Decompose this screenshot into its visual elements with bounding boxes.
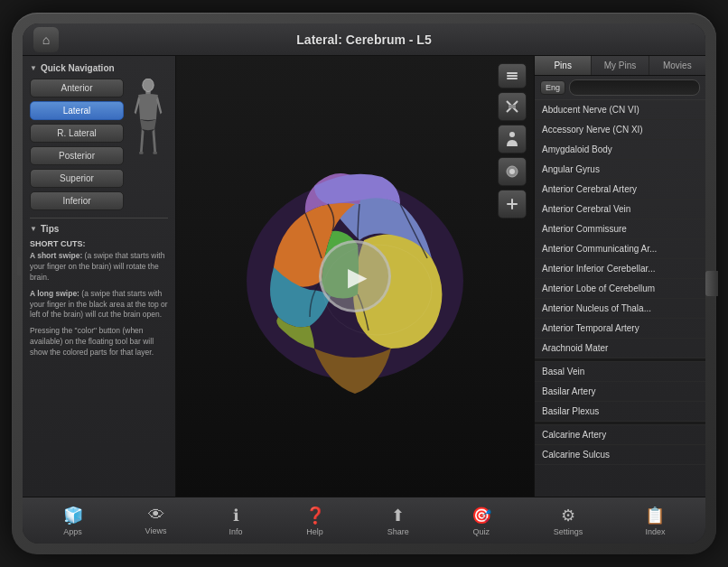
list-item[interactable]: Anterior Lobe of Cerebellum bbox=[535, 279, 705, 299]
list-item[interactable]: Anterior Cerebral Artery bbox=[535, 180, 705, 200]
share-icon: ⬆ bbox=[391, 506, 405, 525]
list-item[interactable]: Amygdaloid Body bbox=[535, 140, 705, 160]
info-label: Info bbox=[229, 527, 243, 536]
svg-rect-3 bbox=[153, 152, 157, 154]
svg-rect-7 bbox=[507, 72, 518, 74]
list-item[interactable]: Basilar Artery bbox=[535, 382, 705, 402]
tab-mypins[interactable]: My Pins bbox=[592, 56, 649, 75]
right-panel: Pins My Pins Movies Eng Abducent Nerve (… bbox=[534, 56, 705, 497]
svg-rect-8 bbox=[507, 75, 518, 77]
index-label: Index bbox=[645, 527, 665, 536]
help-label: Help bbox=[306, 527, 323, 536]
tab-movies[interactable]: Movies bbox=[649, 56, 705, 75]
nav-btn-r-lateral[interactable]: R. Lateral bbox=[30, 124, 124, 143]
svg-rect-9 bbox=[507, 78, 518, 79]
quiz-icon: 🎯 bbox=[471, 506, 491, 525]
list-item[interactable]: Anterior Commissure bbox=[535, 219, 705, 239]
bottom-tab-apps[interactable]: 🧊 Apps bbox=[56, 502, 90, 540]
list-item[interactable]: Anterior Communicating Ar... bbox=[535, 239, 705, 259]
apps-label: Apps bbox=[63, 527, 82, 536]
list-item[interactable]: Basal Vein bbox=[535, 362, 705, 382]
brain-container: ▶ bbox=[176, 56, 534, 497]
tool-btn-color[interactable] bbox=[498, 157, 527, 186]
bottom-tab-share[interactable]: ⬆ Share bbox=[380, 502, 416, 540]
quiz-label: Quiz bbox=[472, 527, 490, 536]
bottom-tab-bar: 🧊 Apps 👁 Views ℹ Info ❓ Help ⬆ Share 🎯 bbox=[23, 497, 705, 544]
ipad-screen: ⌂ Lateral: Cerebrum - L5 ▼ Quick Navigat… bbox=[23, 23, 705, 544]
home-icon-button[interactable]: ⌂ bbox=[33, 27, 59, 52]
layers-icon bbox=[505, 69, 519, 83]
nav-btn-anterior[interactable]: Anterior bbox=[30, 79, 124, 98]
person-icon bbox=[505, 131, 519, 147]
list-item[interactable]: Calcarine Sulcus bbox=[535, 445, 705, 465]
tool-btn-zoom[interactable] bbox=[498, 190, 527, 218]
index-icon: 📋 bbox=[645, 506, 665, 525]
bottom-tab-index[interactable]: 📋 Index bbox=[638, 502, 672, 540]
skeleton-svg bbox=[130, 79, 166, 160]
page-title: Lateral: Cerebrum - L5 bbox=[296, 33, 431, 47]
tips-shortcuts-heading: SHORT CUTS: bbox=[30, 239, 168, 248]
views-icon: 👁 bbox=[148, 506, 164, 525]
nav-btn-posterior[interactable]: Posterior bbox=[30, 146, 124, 165]
side-button[interactable] bbox=[17, 256, 21, 276]
list-item[interactable]: Calcarine Artery bbox=[535, 425, 705, 445]
tips-header: ▼ Tips bbox=[30, 224, 168, 234]
main-content: ▼ Quick Navigation Anterior Lateral R. L… bbox=[23, 56, 705, 497]
skeleton-thumbnail bbox=[127, 79, 168, 210]
title-bar: ⌂ Lateral: Cerebrum - L5 bbox=[23, 23, 705, 56]
play-icon: ▶ bbox=[348, 262, 368, 292]
list-item[interactable]: Basilar Plexus bbox=[535, 402, 705, 422]
list-item[interactable]: Anterior Inferior Cerebellar... bbox=[535, 259, 705, 279]
tool-btn-scissors[interactable] bbox=[498, 92, 527, 121]
tab-pins[interactable]: Pins bbox=[535, 56, 592, 75]
bottom-tab-info[interactable]: ℹ Info bbox=[222, 502, 250, 540]
nav-section-header: ▼ Quick Navigation bbox=[30, 63, 168, 73]
bottom-tab-views[interactable]: 👁 Views bbox=[138, 502, 174, 539]
search-row: Eng bbox=[535, 76, 705, 100]
nav-buttons: Anterior Lateral R. Lateral Posterior Su… bbox=[30, 79, 124, 210]
center-3d-view[interactable]: ▶ bbox=[176, 56, 534, 497]
zoom-icon bbox=[506, 198, 518, 210]
nav-btn-lateral[interactable]: Lateral bbox=[30, 101, 124, 120]
home-button[interactable] bbox=[705, 271, 718, 296]
tabs-row: Pins My Pins Movies bbox=[535, 56, 705, 76]
tips-color-button: Pressing the "color" button (when availa… bbox=[30, 326, 168, 358]
tips-long-swipe: A long swipe: (a swipe that starts with … bbox=[30, 289, 168, 321]
list-item[interactable]: Anterior Nucleus of Thala... bbox=[535, 299, 705, 319]
views-label: Views bbox=[145, 526, 167, 535]
color-icon bbox=[505, 164, 519, 179]
play-button[interactable]: ▶ bbox=[319, 240, 391, 312]
svg-rect-2 bbox=[139, 152, 144, 154]
list-item[interactable]: Anterior Temporal Artery bbox=[535, 319, 705, 339]
tips-triangle-icon: ▼ bbox=[30, 225, 37, 233]
list-item[interactable]: Arachnoid Mater bbox=[535, 339, 705, 358]
triangle-icon: ▼ bbox=[30, 64, 37, 72]
search-input[interactable] bbox=[569, 79, 700, 96]
list-item[interactable]: Anterior Cerebral Vein bbox=[535, 200, 705, 219]
apps-icon: 🧊 bbox=[63, 506, 83, 525]
svg-rect-15 bbox=[511, 199, 513, 209]
ipad-frame: ⌂ Lateral: Cerebrum - L5 ▼ Quick Navigat… bbox=[12, 13, 716, 554]
tool-buttons bbox=[498, 63, 527, 218]
tool-btn-1[interactable] bbox=[498, 63, 527, 88]
list-item[interactable]: Angular Gyrus bbox=[535, 160, 705, 180]
bottom-tab-quiz[interactable]: 🎯 Quiz bbox=[464, 502, 499, 540]
tool-btn-person[interactable] bbox=[498, 125, 527, 153]
bottom-tab-settings[interactable]: ⚙ Settings bbox=[546, 502, 591, 540]
tips-short-swipe: A short swipe: (a swipe that starts with… bbox=[30, 251, 168, 284]
house-icon: ⌂ bbox=[42, 33, 50, 47]
tips-section: ▼ Tips SHORT CUTS: A short swipe: (a swi… bbox=[30, 218, 168, 364]
language-button[interactable]: Eng bbox=[540, 80, 565, 95]
settings-icon: ⚙ bbox=[561, 506, 575, 525]
nav-btn-superior[interactable]: Superior bbox=[30, 169, 124, 188]
svg-rect-10 bbox=[509, 105, 516, 108]
list-item[interactable]: Accessory Nerve (CN XI) bbox=[535, 120, 705, 140]
list-item[interactable]: Abducent Nerve (CN VI) bbox=[535, 100, 705, 120]
left-sidebar: ▼ Quick Navigation Anterior Lateral R. L… bbox=[23, 56, 176, 497]
bottom-tab-help[interactable]: ❓ Help bbox=[298, 502, 332, 540]
anatomy-list: Abducent Nerve (CN VI) Accessory Nerve (… bbox=[535, 100, 705, 497]
info-icon: ℹ bbox=[233, 506, 239, 525]
svg-point-13 bbox=[509, 169, 515, 174]
nav-btn-inferior[interactable]: Inferior bbox=[30, 191, 124, 210]
help-icon: ❓ bbox=[305, 506, 325, 525]
